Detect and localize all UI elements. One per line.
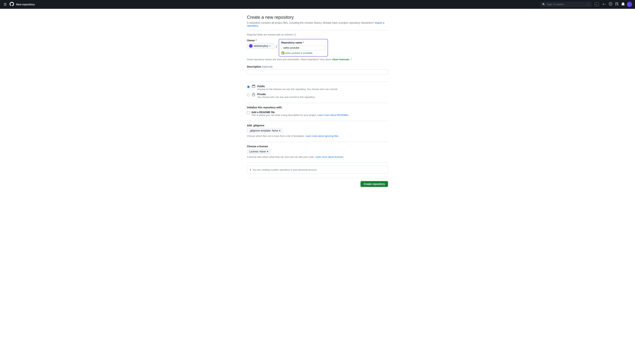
info-icon: ℹ: [250, 168, 251, 171]
github-logo: [10, 2, 14, 7]
inspiration-text: Great repository names are short and mem…: [247, 58, 388, 61]
license-chevron-icon: ▾: [267, 150, 268, 153]
license-heading: Choose a license: [247, 145, 388, 148]
divider-5: [247, 142, 388, 142]
repo-name-field-group: Repository name ✅ webs-youtube is availa…: [279, 39, 328, 56]
info-box: ℹ You are creating a public repository i…: [247, 166, 388, 174]
lock-icon: [252, 93, 255, 97]
plus-icon: +: [602, 2, 604, 6]
divider-1: [247, 30, 388, 30]
init-heading: Initialize this repository with:: [247, 106, 388, 109]
divider-4: [247, 121, 388, 121]
owner-select-wrap: webstoryboy ▾: [247, 43, 275, 49]
inspiration-prefix: Great repository names are short and mem…: [247, 58, 331, 61]
description-section: Description (optional): [247, 65, 388, 79]
search-icon: 🔍: [542, 3, 545, 6]
page-header-title: New repository: [16, 3, 35, 6]
public-label: Public: [257, 85, 338, 88]
inspiration-suffix: ?: [350, 58, 352, 61]
readme-desc-text: This is where you can write a long descr…: [251, 114, 317, 116]
divider-7: [247, 178, 388, 178]
divider-6: [247, 163, 388, 163]
page-title: Create a new repository: [247, 15, 388, 20]
gitignore-select[interactable]: .gitignore template: None ▾: [247, 128, 283, 133]
issues-button[interactable]: [608, 2, 613, 7]
license-link[interactable]: Learn more about licenses.: [315, 156, 344, 158]
readme-link[interactable]: Learn more about READMEs.: [318, 114, 349, 116]
divider-3: [247, 103, 388, 103]
readme-label: Add a README file: [251, 111, 349, 114]
eye-icon: [252, 85, 255, 90]
private-text: Private You choose who can see and commi…: [257, 93, 315, 98]
visibility-section: Public Anyone on the internet can see th…: [247, 85, 388, 98]
pull-requests-button[interactable]: [614, 2, 619, 7]
info-text: You are creating a public repository in …: [252, 168, 317, 171]
readme-checkbox[interactable]: [247, 111, 250, 114]
main-content: Create a new repository A repository con…: [244, 9, 391, 199]
gitignore-section: Add .gitignore .gitignore template: None…: [247, 124, 388, 137]
bell-icon: [621, 2, 625, 6]
gitignore-option-text: .gitignore template: None: [249, 129, 278, 132]
repo-name-label: Repository name: [281, 41, 325, 44]
public-desc: Anyone on the internet can see this repo…: [257, 88, 338, 90]
private-radio[interactable]: [247, 93, 250, 96]
license-select[interactable]: License: None ▾: [247, 149, 271, 154]
repo-name-highlight-box: Repository name ✅ webs-youtube is availa…: [279, 39, 328, 56]
gitignore-link[interactable]: Learn more about ignoring files.: [305, 134, 339, 137]
description-label-text: Description: [247, 65, 261, 68]
license-section: Choose a license License: None ▾ A licen…: [247, 145, 388, 158]
readme-option[interactable]: Add a README file This is where you can …: [247, 111, 388, 116]
description-label: Description (optional): [247, 65, 388, 68]
public-text: Public Anyone on the internet can see th…: [257, 85, 338, 90]
gitignore-desc-text: Choose which files not to track from a l…: [247, 134, 305, 137]
private-desc: You choose who can see and commit to thi…: [257, 96, 315, 98]
owner-label: Owner: [247, 39, 275, 42]
license-desc: A license tells others what they can and…: [247, 156, 388, 158]
subtitle-text: A repository contains all project files,…: [247, 21, 374, 24]
gitignore-heading: Add .gitignore: [247, 124, 388, 127]
availability-text: webs-youtube is available.: [285, 52, 313, 54]
slash-separator: /: [275, 44, 279, 49]
public-radio[interactable]: [247, 86, 250, 88]
owner-chevron-icon: ▾: [269, 45, 270, 47]
license-option-text: License: None: [249, 150, 266, 153]
gitignore-chevron-icon: ▾: [279, 129, 280, 132]
required-note: Required fields are marked with an aster…: [247, 33, 388, 36]
search-bar[interactable]: 🔍 Type / to search /: [540, 2, 592, 7]
terminal-button[interactable]: >_: [594, 2, 600, 7]
chevron-down-icon: ▾: [605, 3, 605, 5]
owner-select[interactable]: webstoryboy ▾: [247, 43, 275, 49]
gitignore-desc: Choose which files not to track from a l…: [247, 134, 388, 137]
owner-repo-row: Owner webstoryboy ▾ / Repository name ✅: [247, 39, 388, 56]
private-label: Private: [257, 93, 315, 96]
repo-name-input-wrap: [281, 45, 325, 50]
availability-message: ✅ webs-youtube is available.: [281, 52, 325, 54]
circle-dot-icon: [609, 2, 612, 6]
private-option[interactable]: Private You choose who can see and commi…: [247, 93, 388, 98]
repo-name-input[interactable]: [281, 45, 325, 50]
create-repository-button[interactable]: Create repository: [360, 181, 388, 187]
check-circle-icon: ✅: [281, 52, 284, 54]
notifications-button[interactable]: [621, 2, 625, 7]
inspiration-link[interactable]: ideal-chainsaw: [332, 58, 349, 61]
header-actions: >_ + ▾: [594, 2, 632, 7]
readme-desc: This is where you can write a long descr…: [251, 114, 349, 116]
owner-name: webstoryboy: [254, 44, 268, 48]
page-subtitle: A repository contains all project files,…: [247, 21, 388, 27]
description-input[interactable]: [247, 69, 388, 74]
readme-text-block: Add a README file This is where you can …: [251, 111, 349, 116]
terminal-icon: >_: [594, 2, 599, 6]
git-pull-request-icon: [615, 2, 618, 6]
avatar[interactable]: [627, 2, 632, 7]
description-optional: (optional): [262, 65, 273, 68]
public-option[interactable]: Public Anyone on the internet can see th…: [247, 85, 388, 90]
init-section: Initialize this repository with: Add a R…: [247, 106, 388, 116]
owner-field-group: Owner webstoryboy ▾: [247, 39, 275, 49]
new-menu-button[interactable]: + ▾: [601, 2, 607, 7]
search-placeholder: Type / to search: [547, 3, 564, 6]
app-header: ☰ New repository 🔍 Type / to search / >_…: [0, 0, 635, 9]
hamburger-menu-button[interactable]: ☰: [3, 2, 7, 7]
hamburger-icon: ☰: [4, 2, 7, 6]
search-slash: /: [587, 3, 590, 6]
divider-2: [247, 82, 388, 82]
